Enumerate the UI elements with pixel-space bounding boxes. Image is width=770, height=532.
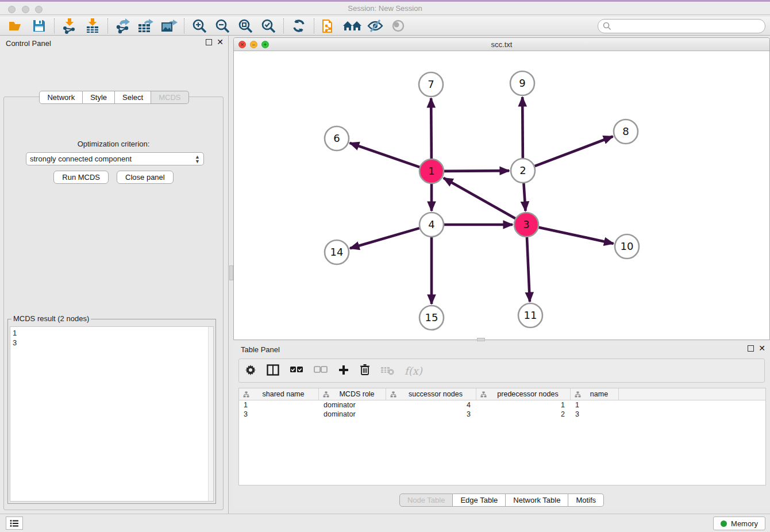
- close-panel-button[interactable]: Close panel: [117, 171, 174, 184]
- show-all-button[interactable]: [387, 17, 410, 34]
- float-panel-icon[interactable]: [206, 39, 212, 45]
- open-session-button[interactable]: [5, 17, 28, 34]
- edge-3-1[interactable]: [444, 178, 515, 218]
- new-network-document-icon: [322, 17, 337, 34]
- node-8[interactable]: 8: [614, 119, 638, 144]
- network-graph-canvas[interactable]: 7968124314101511: [234, 51, 769, 340]
- export-network-button[interactable]: [111, 17, 134, 34]
- table-cell[interactable]: dominator: [319, 410, 386, 419]
- list-icon: [10, 519, 19, 527]
- network-window-titlebar[interactable]: ✕ − + scc.txt: [234, 38, 769, 51]
- edge-3-10[interactable]: [538, 228, 613, 244]
- close-table-panel-icon[interactable]: ✕: [759, 345, 765, 352]
- memory-status-icon: [721, 521, 727, 527]
- refresh-button[interactable]: [287, 17, 310, 34]
- tab-edge-table[interactable]: Edge Table: [453, 494, 506, 507]
- column-header-shared-name[interactable]: shared name: [239, 388, 319, 400]
- import-network-button[interactable]: [58, 17, 81, 34]
- column-type-icon: [323, 391, 329, 398]
- optimization-criterion-select[interactable]: strongly connected component ▲▼: [26, 152, 204, 165]
- table-settings-button[interactable]: [245, 364, 256, 377]
- zoom-fit-button[interactable]: [234, 17, 257, 34]
- task-history-button[interactable]: [6, 516, 23, 530]
- table-cell[interactable]: 2: [476, 410, 571, 419]
- node-1[interactable]: 1: [419, 159, 444, 183]
- node-7[interactable]: 7: [419, 72, 443, 97]
- memory-button[interactable]: Memory: [713, 516, 765, 530]
- mcds-result-text[interactable]: 1 3: [10, 326, 214, 502]
- tab-network-table[interactable]: Network Table: [506, 494, 568, 507]
- deselect-all-button[interactable]: [314, 366, 328, 376]
- table-cell[interactable]: 1: [571, 400, 619, 410]
- node-2[interactable]: 2: [511, 159, 535, 183]
- first-neighbors-houses-icon: [342, 19, 362, 33]
- run-mcds-button[interactable]: Run MCDS: [53, 171, 109, 184]
- node-4[interactable]: 4: [419, 213, 444, 237]
- table-row[interactable]: 1dominator411: [239, 400, 765, 410]
- close-panel-icon[interactable]: ✕: [217, 39, 224, 45]
- node-table-rows: 1dominator4113dominator323: [239, 400, 765, 419]
- zoom-selected-button[interactable]: [257, 17, 280, 34]
- node-3[interactable]: 3: [514, 213, 538, 237]
- edge-1-2[interactable]: [444, 171, 509, 171]
- vertical-splitter-handle[interactable]: [229, 265, 233, 280]
- tab-mcds[interactable]: MCDS: [151, 91, 188, 104]
- node-label: 2: [519, 164, 526, 176]
- search-input[interactable]: [598, 19, 765, 33]
- optimization-criterion-value: strongly connected component: [30, 155, 132, 163]
- new-network-from-selection-button[interactable]: [318, 17, 341, 34]
- edge-1-6[interactable]: [350, 143, 420, 167]
- edge-4-14[interactable]: [350, 228, 419, 248]
- show-columns-button[interactable]: [267, 364, 279, 377]
- edge-1-7[interactable]: [431, 98, 432, 159]
- table-cell[interactable]: 3: [571, 410, 619, 419]
- column-header-name[interactable]: name: [571, 388, 619, 400]
- import-table-button[interactable]: [81, 17, 104, 34]
- node-9[interactable]: 9: [510, 71, 534, 95]
- export-table-button[interactable]: [134, 17, 157, 34]
- tab-select[interactable]: Select: [115, 91, 151, 104]
- horizontal-splitter-handle[interactable]: [477, 338, 485, 341]
- edge-2-9[interactable]: [522, 97, 523, 158]
- select-stepper-icon: ▲▼: [195, 155, 200, 164]
- mcds-result-scrollbar[interactable]: [208, 327, 213, 501]
- column-header-MCDS-role[interactable]: MCDS role: [319, 388, 386, 400]
- node-table: shared nameMCDS rolesuccessor nodesprede…: [238, 388, 766, 485]
- edge-2-8[interactable]: [535, 137, 613, 167]
- export-image-button[interactable]: [157, 17, 180, 34]
- tab-node-table[interactable]: Node Table: [399, 494, 453, 507]
- tab-motifs[interactable]: Motifs: [568, 494, 604, 507]
- node-14[interactable]: 14: [325, 240, 349, 264]
- select-all-button[interactable]: [290, 366, 303, 376]
- trash-icon: [360, 364, 370, 376]
- first-neighbors-button[interactable]: [341, 17, 364, 34]
- table-cell[interactable]: 1: [239, 400, 319, 410]
- table-row[interactable]: 3dominator323: [239, 410, 765, 419]
- hide-selected-button[interactable]: [364, 17, 387, 34]
- tab-style[interactable]: Style: [83, 91, 115, 104]
- node-15[interactable]: 15: [419, 306, 444, 330]
- delete-column-button[interactable]: [360, 364, 370, 377]
- edge-3-11[interactable]: [527, 237, 530, 302]
- plus-icon: [338, 364, 349, 376]
- edge-2-3[interactable]: [523, 183, 525, 211]
- zoom-out-button[interactable]: [211, 17, 234, 34]
- table-cell[interactable]: dominator: [319, 400, 386, 410]
- table-cell[interactable]: 1: [476, 400, 571, 410]
- table-cell[interactable]: 3: [386, 410, 476, 419]
- column-type-icon: [480, 391, 487, 398]
- tab-network[interactable]: Network: [39, 91, 83, 104]
- column-header-successor-nodes[interactable]: successor nodes: [386, 388, 476, 400]
- table-cell[interactable]: 4: [386, 400, 476, 410]
- zoom-in-button[interactable]: [188, 17, 211, 34]
- table-cell[interactable]: 3: [239, 410, 319, 419]
- save-session-button[interactable]: [28, 17, 51, 34]
- node-6[interactable]: 6: [325, 126, 349, 151]
- node-10[interactable]: 10: [615, 234, 639, 259]
- add-column-button[interactable]: [338, 364, 349, 377]
- column-header-predecessor-nodes[interactable]: predecessor nodes: [476, 388, 571, 400]
- float-table-panel-icon[interactable]: [748, 345, 754, 352]
- node-11[interactable]: 11: [518, 303, 542, 327]
- import-table-icon: [85, 18, 100, 34]
- network-view-window: ✕ − + scc.txt 7968124314101511: [233, 37, 770, 340]
